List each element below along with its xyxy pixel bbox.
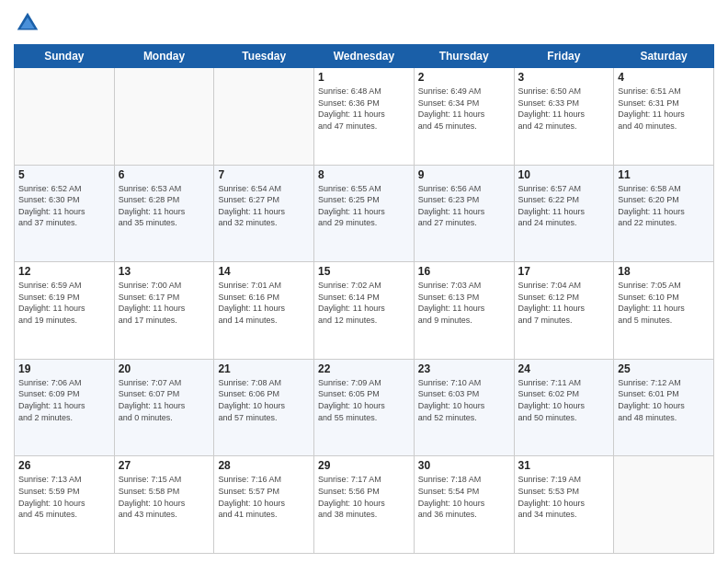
day-info: Sunrise: 7:09 AM Sunset: 6:05 PM Dayligh… xyxy=(318,377,410,423)
day-number: 26 xyxy=(18,459,110,472)
day-number: 28 xyxy=(218,459,310,472)
calendar-cell: 26Sunrise: 7:13 AM Sunset: 5:59 PM Dayli… xyxy=(15,456,115,554)
calendar-week-row: 12Sunrise: 6:59 AM Sunset: 6:19 PM Dayli… xyxy=(15,262,714,360)
calendar-cell: 3Sunrise: 6:50 AM Sunset: 6:33 PM Daylig… xyxy=(514,68,614,166)
day-number: 4 xyxy=(618,71,710,84)
day-info: Sunrise: 7:03 AM Sunset: 6:13 PM Dayligh… xyxy=(418,280,510,326)
day-number: 16 xyxy=(418,265,510,278)
day-info: Sunrise: 7:13 AM Sunset: 5:59 PM Dayligh… xyxy=(18,474,110,520)
day-number: 8 xyxy=(318,168,410,181)
calendar-cell: 23Sunrise: 7:10 AM Sunset: 6:03 PM Dayli… xyxy=(414,359,514,456)
day-number: 14 xyxy=(218,265,310,278)
day-number: 9 xyxy=(418,168,510,181)
day-info: Sunrise: 7:11 AM Sunset: 6:02 PM Dayligh… xyxy=(518,377,610,423)
calendar-cell: 18Sunrise: 7:05 AM Sunset: 6:10 PM Dayli… xyxy=(614,262,714,360)
day-number: 13 xyxy=(119,265,210,278)
day-number: 19 xyxy=(18,362,110,375)
calendar-cell: 27Sunrise: 7:15 AM Sunset: 5:58 PM Dayli… xyxy=(114,456,214,554)
day-info: Sunrise: 7:15 AM Sunset: 5:58 PM Dayligh… xyxy=(119,474,210,520)
weekday-header: Friday xyxy=(514,45,614,68)
calendar-cell: 28Sunrise: 7:16 AM Sunset: 5:57 PM Dayli… xyxy=(214,456,314,554)
day-number: 24 xyxy=(518,362,610,375)
day-number: 25 xyxy=(618,362,710,375)
calendar-cell: 5Sunrise: 6:52 AM Sunset: 6:30 PM Daylig… xyxy=(15,165,115,262)
day-info: Sunrise: 7:07 AM Sunset: 6:07 PM Dayligh… xyxy=(119,377,210,423)
calendar-cell: 7Sunrise: 6:54 AM Sunset: 6:27 PM Daylig… xyxy=(214,165,314,262)
calendar-cell: 21Sunrise: 7:08 AM Sunset: 6:06 PM Dayli… xyxy=(214,359,314,456)
day-info: Sunrise: 7:19 AM Sunset: 5:53 PM Dayligh… xyxy=(518,474,610,520)
day-number: 29 xyxy=(318,459,410,472)
day-info: Sunrise: 7:06 AM Sunset: 6:09 PM Dayligh… xyxy=(18,377,110,423)
calendar-cell: 20Sunrise: 7:07 AM Sunset: 6:07 PM Dayli… xyxy=(114,359,214,456)
day-info: Sunrise: 6:50 AM Sunset: 6:33 PM Dayligh… xyxy=(518,86,610,132)
calendar-cell: 14Sunrise: 7:01 AM Sunset: 6:16 PM Dayli… xyxy=(214,262,314,360)
day-number: 21 xyxy=(218,362,310,375)
calendar-cell: 6Sunrise: 6:53 AM Sunset: 6:28 PM Daylig… xyxy=(114,165,214,262)
day-info: Sunrise: 7:05 AM Sunset: 6:10 PM Dayligh… xyxy=(618,280,710,326)
logo-icon xyxy=(14,9,41,37)
calendar-cell: 17Sunrise: 7:04 AM Sunset: 6:12 PM Dayli… xyxy=(514,262,614,360)
weekday-header: Sunday xyxy=(15,45,115,68)
logo xyxy=(14,9,45,37)
calendar-cell: 16Sunrise: 7:03 AM Sunset: 6:13 PM Dayli… xyxy=(414,262,514,360)
day-info: Sunrise: 7:17 AM Sunset: 5:56 PM Dayligh… xyxy=(318,474,410,520)
day-info: Sunrise: 7:16 AM Sunset: 5:57 PM Dayligh… xyxy=(218,474,310,520)
calendar-table: SundayMondayTuesdayWednesdayThursdayFrid… xyxy=(14,44,714,554)
calendar-cell: 1Sunrise: 6:48 AM Sunset: 6:36 PM Daylig… xyxy=(314,68,415,166)
day-info: Sunrise: 6:55 AM Sunset: 6:25 PM Dayligh… xyxy=(318,183,410,229)
day-info: Sunrise: 7:18 AM Sunset: 5:54 PM Dayligh… xyxy=(418,474,510,520)
day-info: Sunrise: 6:51 AM Sunset: 6:31 PM Dayligh… xyxy=(618,86,710,132)
day-number: 23 xyxy=(418,362,510,375)
day-number: 17 xyxy=(518,265,610,278)
page: SundayMondayTuesdayWednesdayThursdayFrid… xyxy=(0,0,728,563)
calendar-cell xyxy=(114,68,214,166)
day-info: Sunrise: 7:10 AM Sunset: 6:03 PM Dayligh… xyxy=(418,377,510,423)
day-info: Sunrise: 6:59 AM Sunset: 6:19 PM Dayligh… xyxy=(18,280,110,326)
day-info: Sunrise: 6:52 AM Sunset: 6:30 PM Dayligh… xyxy=(18,183,110,229)
day-number: 6 xyxy=(119,168,210,181)
calendar-cell: 4Sunrise: 6:51 AM Sunset: 6:31 PM Daylig… xyxy=(614,68,714,166)
day-info: Sunrise: 6:54 AM Sunset: 6:27 PM Dayligh… xyxy=(218,183,310,229)
day-number: 12 xyxy=(18,265,110,278)
day-number: 18 xyxy=(618,265,710,278)
weekday-header: Tuesday xyxy=(214,45,314,68)
calendar-cell: 25Sunrise: 7:12 AM Sunset: 6:01 PM Dayli… xyxy=(614,359,714,456)
day-number: 7 xyxy=(218,168,310,181)
header xyxy=(14,9,714,37)
day-info: Sunrise: 6:53 AM Sunset: 6:28 PM Dayligh… xyxy=(119,183,210,229)
calendar-cell: 31Sunrise: 7:19 AM Sunset: 5:53 PM Dayli… xyxy=(514,456,614,554)
day-number: 2 xyxy=(418,71,510,84)
calendar-cell: 11Sunrise: 6:58 AM Sunset: 6:20 PM Dayli… xyxy=(614,165,714,262)
day-number: 1 xyxy=(318,71,410,84)
calendar-cell: 30Sunrise: 7:18 AM Sunset: 5:54 PM Dayli… xyxy=(414,456,514,554)
day-info: Sunrise: 6:57 AM Sunset: 6:22 PM Dayligh… xyxy=(518,183,610,229)
calendar-cell: 19Sunrise: 7:06 AM Sunset: 6:09 PM Dayli… xyxy=(15,359,115,456)
calendar-cell: 22Sunrise: 7:09 AM Sunset: 6:05 PM Dayli… xyxy=(314,359,415,456)
calendar-cell xyxy=(214,68,314,166)
day-number: 3 xyxy=(518,71,610,84)
calendar-cell: 9Sunrise: 6:56 AM Sunset: 6:23 PM Daylig… xyxy=(414,165,514,262)
day-number: 5 xyxy=(18,168,110,181)
calendar-header-row: SundayMondayTuesdayWednesdayThursdayFrid… xyxy=(15,45,714,68)
day-number: 31 xyxy=(518,459,610,472)
calendar-cell: 10Sunrise: 6:57 AM Sunset: 6:22 PM Dayli… xyxy=(514,165,614,262)
day-number: 22 xyxy=(318,362,410,375)
weekday-header: Thursday xyxy=(414,45,514,68)
calendar-cell: 29Sunrise: 7:17 AM Sunset: 5:56 PM Dayli… xyxy=(314,456,415,554)
day-info: Sunrise: 7:02 AM Sunset: 6:14 PM Dayligh… xyxy=(318,280,410,326)
weekday-header: Saturday xyxy=(614,45,714,68)
calendar-week-row: 5Sunrise: 6:52 AM Sunset: 6:30 PM Daylig… xyxy=(15,165,714,262)
day-info: Sunrise: 6:56 AM Sunset: 6:23 PM Dayligh… xyxy=(418,183,510,229)
calendar-cell: 2Sunrise: 6:49 AM Sunset: 6:34 PM Daylig… xyxy=(414,68,514,166)
day-number: 20 xyxy=(119,362,210,375)
day-info: Sunrise: 7:08 AM Sunset: 6:06 PM Dayligh… xyxy=(218,377,310,423)
calendar-cell: 24Sunrise: 7:11 AM Sunset: 6:02 PM Dayli… xyxy=(514,359,614,456)
day-info: Sunrise: 6:48 AM Sunset: 6:36 PM Dayligh… xyxy=(318,86,410,132)
day-number: 27 xyxy=(119,459,210,472)
day-info: Sunrise: 6:58 AM Sunset: 6:20 PM Dayligh… xyxy=(618,183,710,229)
calendar-cell: 8Sunrise: 6:55 AM Sunset: 6:25 PM Daylig… xyxy=(314,165,415,262)
day-number: 15 xyxy=(318,265,410,278)
day-info: Sunrise: 7:01 AM Sunset: 6:16 PM Dayligh… xyxy=(218,280,310,326)
calendar-cell xyxy=(614,456,714,554)
calendar-cell: 12Sunrise: 6:59 AM Sunset: 6:19 PM Dayli… xyxy=(15,262,115,360)
